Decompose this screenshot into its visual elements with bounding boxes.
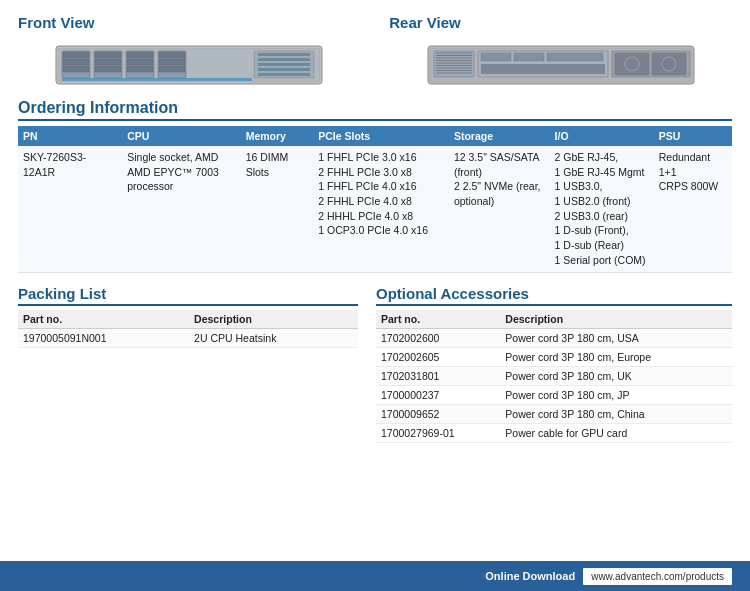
svg-rect-17 [159, 66, 185, 72]
accessories-partno: 1702002600 [376, 328, 500, 347]
ordering-storage: 12 3.5" SAS/SATA (front)2 2.5" NVMe (rea… [449, 146, 550, 272]
ordering-psu: Redundant 1+1CRPS 800W [654, 146, 732, 272]
svg-rect-21 [258, 58, 310, 61]
rear-server-svg [426, 40, 696, 86]
svg-rect-44 [652, 53, 686, 75]
ordering-header-row: PN CPU Memory PCIe Slots Storage I/O PSU [18, 126, 732, 146]
rear-view-block: Rear View [389, 14, 732, 89]
accessories-partno: 1700027969-01 [376, 423, 500, 442]
packing-table: Part no. Description 1970005091N001 2U C… [18, 310, 358, 348]
ordering-io: 2 GbE RJ-45,1 GbE RJ-45 Mgmt1 USB3.0,1 U… [550, 146, 654, 272]
col-header-memory: Memory [241, 126, 314, 146]
views-section: Front View [18, 14, 732, 89]
svg-rect-20 [258, 53, 310, 56]
col-header-psu: PSU [654, 126, 732, 146]
svg-rect-18 [62, 78, 252, 81]
packing-section: Packing List Part no. Description 197000… [18, 285, 358, 443]
accessories-col-partno: Part no. [376, 310, 500, 329]
col-header-cpu: CPU [122, 126, 240, 146]
packing-header-row: Part no. Description [18, 310, 358, 329]
ordering-section-title: Ordering Information [18, 99, 732, 121]
svg-rect-22 [258, 63, 310, 66]
footer: Online Download www.advantech.com/produc… [0, 561, 750, 591]
accessories-desc: Power cord 3P 180 cm, Europe [500, 347, 732, 366]
packing-row: 1970005091N001 2U CPU Heatsink [18, 328, 358, 347]
svg-rect-43 [615, 53, 649, 75]
ordering-pcie: 1 FHFL PCIe 3.0 x162 FHHL PCIe 3.0 x81 F… [313, 146, 449, 272]
svg-rect-39 [514, 53, 544, 61]
packing-title: Packing List [18, 285, 358, 306]
svg-rect-12 [127, 59, 153, 65]
col-header-pcie: PCIe Slots [313, 126, 449, 146]
accessories-partno: 1702031801 [376, 366, 500, 385]
svg-rect-4 [63, 59, 89, 65]
accessories-row: 1702002600 Power cord 3P 180 cm, USA [376, 328, 732, 347]
footer-url: www.advantech.com/products [583, 568, 732, 585]
svg-rect-8 [95, 59, 121, 65]
rear-view-title: Rear View [389, 14, 732, 31]
accessories-desc: Power cord 3P 180 cm, China [500, 404, 732, 423]
packing-desc: 2U CPU Heatsink [189, 328, 358, 347]
svg-rect-7 [95, 52, 121, 58]
svg-rect-23 [258, 68, 310, 71]
accessories-row: 1702031801 Power cord 3P 180 cm, UK [376, 366, 732, 385]
packing-col-desc: Description [189, 310, 358, 329]
svg-rect-16 [159, 59, 185, 65]
col-header-pn: PN [18, 126, 122, 146]
svg-rect-9 [95, 66, 121, 72]
bottom-sections: Packing List Part no. Description 197000… [18, 285, 732, 443]
accessories-desc: Power cable for GPU card [500, 423, 732, 442]
svg-rect-15 [159, 52, 185, 58]
accessories-row: 1700027969-01 Power cable for GPU card [376, 423, 732, 442]
page-container: Front View [0, 0, 750, 591]
accessories-desc: Power cord 3P 180 cm, JP [500, 385, 732, 404]
accessories-table: Part no. Description 1702002600 Power co… [376, 310, 732, 443]
ordering-table: PN CPU Memory PCIe Slots Storage I/O PSU… [18, 126, 732, 273]
accessories-row: 1700000237 Power cord 3P 180 cm, JP [376, 385, 732, 404]
rear-server-image [389, 37, 732, 89]
front-server-image [18, 37, 361, 89]
accessories-row: 1702002605 Power cord 3P 180 cm, Europe [376, 347, 732, 366]
col-header-storage: Storage [449, 126, 550, 146]
svg-rect-11 [127, 52, 153, 58]
front-server-svg [54, 40, 324, 86]
accessories-partno: 1702002605 [376, 347, 500, 366]
packing-col-partno: Part no. [18, 310, 189, 329]
ordering-row: SKY-7260S3-12A1R Single socket, AMD AMD … [18, 146, 732, 272]
accessories-desc: Power cord 3P 180 cm, UK [500, 366, 732, 385]
accessories-section: Optional Accessories Part no. Descriptio… [376, 285, 732, 443]
ordering-pn: SKY-7260S3-12A1R [18, 146, 122, 272]
svg-rect-13 [127, 66, 153, 72]
front-view-title: Front View [18, 14, 361, 31]
svg-rect-41 [481, 64, 605, 74]
footer-label: Online Download [485, 570, 575, 582]
ordering-cpu: Single socket, AMD AMD EPYC™ 7003 proces… [122, 146, 240, 272]
front-view-block: Front View [18, 14, 361, 89]
svg-rect-3 [63, 52, 89, 58]
accessories-partno: 1700000237 [376, 385, 500, 404]
accessories-partno: 1700009652 [376, 404, 500, 423]
svg-rect-38 [481, 53, 511, 61]
accessories-row: 1700009652 Power cord 3P 180 cm, China [376, 404, 732, 423]
accessories-desc: Power cord 3P 180 cm, USA [500, 328, 732, 347]
packing-partno: 1970005091N001 [18, 328, 189, 347]
svg-rect-24 [258, 73, 310, 76]
svg-rect-5 [63, 66, 89, 72]
ordering-memory: 16 DIMM Slots [241, 146, 314, 272]
accessories-title: Optional Accessories [376, 285, 732, 306]
col-header-io: I/O [550, 126, 654, 146]
accessories-col-desc: Description [500, 310, 732, 329]
accessories-header-row: Part no. Description [376, 310, 732, 329]
svg-rect-40 [547, 53, 603, 61]
